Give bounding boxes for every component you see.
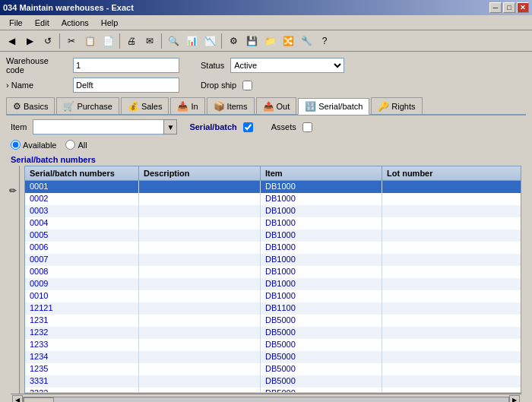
basics-icon: ⚙ [13, 101, 21, 112]
toolbar-save[interactable]: 💾 [243, 33, 260, 49]
cell-serial: 12121 [25, 302, 139, 315]
cell-lot [382, 266, 521, 278]
serial-batch-checkbox[interactable] [243, 122, 253, 132]
toolbar-copy[interactable]: 📋 [81, 33, 98, 49]
toolbar-tools[interactable]: 🔧 [298, 33, 315, 49]
table-row[interactable]: 0002DB1000 [25, 193, 521, 205]
cell-item: DB1000 [261, 229, 382, 242]
available-label: Available [23, 141, 56, 150]
table-row[interactable]: 0004DB1000 [25, 217, 521, 229]
table-row[interactable]: 0008DB1000 [25, 266, 521, 278]
cell-item: DB5000 [261, 315, 382, 327]
toolbar-print[interactable]: 🖨 [123, 33, 140, 49]
table-row[interactable]: 0006DB1000 [25, 242, 521, 254]
in-icon: 📥 [177, 101, 188, 112]
tab-out[interactable]: 📤 Out [256, 97, 297, 114]
table-row[interactable]: 1233DB5000 [25, 339, 521, 351]
item-filter-input[interactable] [33, 119, 177, 135]
out-icon: 📤 [263, 101, 274, 112]
close-button[interactable]: ✕ [517, 2, 529, 13]
item-filter-btn[interactable]: ▼ [163, 119, 177, 135]
tab-purchase[interactable]: 🛒 Purchase [56, 97, 119, 114]
cell-lot [382, 351, 521, 363]
toolbar-search[interactable]: 🔍 [165, 33, 182, 49]
warehouse-code-label: Warehouse code [6, 56, 67, 74]
cell-serial: 0002 [25, 193, 139, 205]
toolbar-refresh[interactable]: ↺ [40, 33, 56, 49]
toolbar-folder[interactable]: 📁 [261, 33, 278, 49]
cell-item: DB5000 [261, 375, 382, 388]
item-filter-wrap: ▼ [33, 119, 177, 135]
toolbar-sep-4 [221, 33, 222, 49]
all-radio-label[interactable]: All [65, 140, 87, 150]
scroll-left-btn[interactable]: ◀ [12, 395, 23, 403]
table-row[interactable]: 1235DB5000 [25, 363, 521, 375]
menu-help[interactable]: Help [95, 17, 125, 29]
available-radio-label[interactable]: Available [11, 140, 56, 150]
menu-actions[interactable]: Actions [55, 17, 95, 29]
table-row[interactable]: 0007DB1000 [25, 254, 521, 266]
warehouse-code-input[interactable] [73, 58, 179, 73]
tab-sales[interactable]: 💰 Sales [121, 97, 169, 114]
table-row[interactable]: 0005DB1000 [25, 229, 521, 242]
tab-basics[interactable]: ⚙ Basics [6, 97, 55, 114]
tab-rights[interactable]: 🔑 Rights [371, 97, 422, 114]
tab-in[interactable]: 📥 In [170, 97, 204, 114]
tab-items-label: Items [227, 102, 248, 111]
cell-description [139, 278, 261, 290]
scroll-track[interactable] [23, 397, 509, 403]
table-left-icon: ✏ [6, 166, 20, 394]
tabs-bar: ⚙ Basics 🛒 Purchase 💰 Sales 📥 In 📦 Items… [6, 97, 526, 116]
toolbar-cut[interactable]: ✂ [63, 33, 80, 49]
tab-items[interactable]: 📦 Items [207, 97, 255, 114]
toolbar-switch[interactable]: 🔀 [280, 33, 296, 49]
toolbar-sep-3 [161, 33, 162, 49]
available-radio[interactable] [11, 140, 21, 150]
menu-edit[interactable]: Edit [29, 17, 55, 29]
cell-serial: 1231 [25, 315, 139, 327]
cell-item: DB1000 [261, 242, 382, 254]
table-row[interactable]: 0009DB1000 [25, 278, 521, 290]
table-row[interactable]: 0001DB1000 [25, 181, 521, 193]
table-row[interactable]: 1232DB5000 [25, 327, 521, 339]
toolbar-help[interactable]: ? [316, 33, 333, 49]
cell-lot [382, 302, 521, 315]
cell-serial: 1234 [25, 351, 139, 363]
scroll-right-btn[interactable]: ▶ [509, 395, 520, 403]
status-select[interactable]: Active Inactive [230, 58, 344, 73]
toolbar-chart[interactable]: 📊 [183, 33, 200, 49]
all-radio[interactable] [65, 140, 75, 150]
name-input[interactable] [73, 78, 179, 93]
cell-item: DB5000 [261, 339, 382, 351]
table-row[interactable]: 3332DB5000 [25, 388, 521, 392]
toolbar-paste[interactable]: 📄 [100, 33, 116, 49]
col-item: Item [261, 166, 382, 180]
horizontal-scrollbar[interactable]: ◀ ▶ [11, 394, 521, 402]
cell-description [139, 339, 261, 351]
toolbar-settings[interactable]: ⚙ [225, 33, 242, 49]
tab-serial-batch[interactable]: 🔢 Serial/batch [298, 98, 369, 115]
toolbar-forward[interactable]: ▶ [21, 33, 38, 49]
table-body[interactable]: 0001DB10000002DB10000003DB10000004DB1000… [25, 181, 521, 392]
rights-icon: 🔑 [378, 101, 389, 112]
table-row[interactable]: 3331DB5000 [25, 375, 521, 388]
maximize-button[interactable]: □ [503, 2, 515, 13]
table-row[interactable]: 12121DB1100 [25, 302, 521, 315]
table-row[interactable]: 0003DB1000 [25, 205, 521, 217]
dropship-checkbox[interactable] [242, 81, 252, 90]
tab-basics-label: Basics [24, 102, 48, 111]
table-row[interactable]: 1231DB5000 [25, 315, 521, 327]
minimize-button[interactable]: ─ [489, 2, 502, 13]
table-row[interactable]: 0010DB1000 [25, 290, 521, 302]
toolbar-back[interactable]: ◀ [3, 33, 20, 49]
scroll-thumb[interactable] [24, 397, 54, 403]
cell-serial: 0006 [25, 242, 139, 254]
menu-file[interactable]: File [3, 17, 29, 29]
assets-checkbox[interactable] [302, 122, 312, 132]
table-row[interactable]: 1234DB5000 [25, 351, 521, 363]
serial-icon: 🔢 [305, 101, 316, 112]
cell-item: DB1000 [261, 290, 382, 302]
toolbar-graph[interactable]: 📉 [201, 33, 218, 49]
toolbar-email[interactable]: ✉ [141, 33, 158, 49]
cell-description [139, 302, 261, 315]
